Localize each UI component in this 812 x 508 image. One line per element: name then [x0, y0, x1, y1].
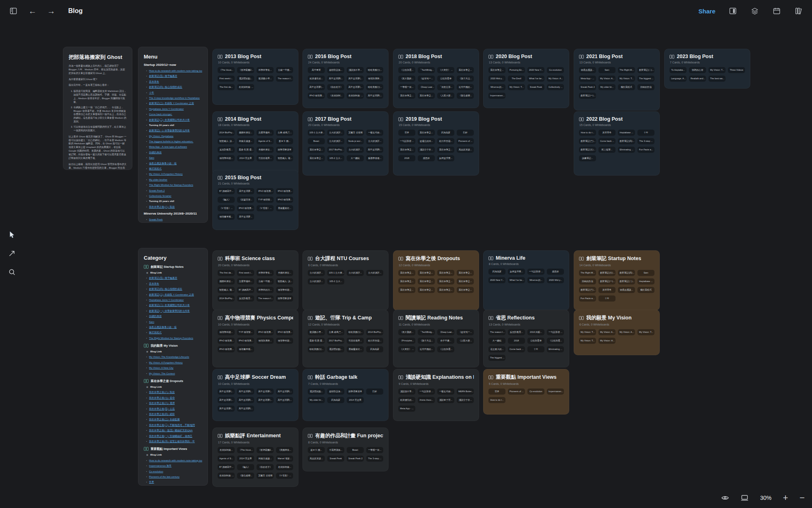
card-chip[interactable]: 高中足球夢(...	[237, 397, 254, 403]
card-chip[interactable]: Pursuing Ex...	[508, 67, 525, 73]
card-chip[interactable]: 開學瑣事清單	[276, 147, 293, 153]
board-card[interactable]: 2017 Blog Post20 Cards, 0 Whiteboards105…	[302, 111, 389, 176]
board-card[interactable]: 寫在休學之後 Dropouts12 Cards, 0 Whiteboards寫在…	[393, 250, 479, 310]
card-chip[interactable]: 臺南魔術社...	[347, 346, 364, 352]
card-chip[interactable]: 柯南主線漫...	[257, 456, 274, 462]
card-chip[interactable]: 創業筆記(三)...	[579, 138, 596, 144]
note-link[interactable]: •My Vision: A New City	[146, 366, 202, 369]
card-chip[interactable]: 一學期一百...	[398, 84, 415, 90]
card-chip[interactable]: 合乎中庸...	[437, 338, 454, 344]
card-chip[interactable]: Heptabase ...	[637, 278, 654, 284]
select-tool-icon[interactable]	[7, 230, 16, 239]
note-link[interactable]: •Sneak Peek 2	[146, 189, 202, 192]
card-chip[interactable]: First week i...	[218, 76, 235, 82]
card-chip[interactable]: 台大好課評...	[366, 270, 383, 276]
card-chip[interactable]: 近代中國的...	[418, 346, 435, 352]
card-chip[interactable]: My Vision: A...	[598, 76, 615, 82]
card-chip[interactable]: 四海為家	[366, 346, 383, 352]
card-chip[interactable]: 退訓營的點...	[237, 76, 254, 82]
whiteboard-canvas[interactable]: 把部落格搬家到 Ghost身為一個喜愛在網路上寫作的人，我已經使用了 Blogg…	[0, 0, 812, 508]
note-link[interactable]: •Heptabase Joins Y Combinator	[146, 298, 202, 302]
board-card[interactable]: 重要觀點 Important Views5 Cards, 0 Whiteboar…	[483, 369, 569, 415]
card-chip[interactable]: 物理學科能...	[276, 338, 293, 344]
card-chip[interactable]: Fun Facts a...	[579, 295, 596, 302]
card-chip[interactable]: 淺談測不準...	[398, 389, 415, 395]
card-chip[interactable]: 2014 世足賽	[237, 155, 254, 161]
note-card[interactable]: MenuStartup 2020/12~now•How to do resear…	[138, 47, 208, 223]
note-link[interactable]: •Impermanence 無常	[146, 464, 202, 467]
card-chip[interactable]: 瘋狂寫程式	[618, 84, 635, 90]
card-chip[interactable]: 哈哈美國行(...	[308, 346, 325, 352]
card-chip[interactable]: 反思對教育...	[237, 295, 254, 302]
board-card[interactable]: 娛樂點評 Entertainment17 Cards, 0 Whiteboard…	[212, 428, 298, 487]
card-chip[interactable]: 淺談分子存...	[418, 147, 435, 153]
note-link[interactable]: •創業筆記(一): 休學創業學到的七件事	[146, 129, 202, 132]
board-card[interactable]: 科學班 Science class20 Cards, 0 Whiteboards…	[212, 250, 298, 310]
card-chip[interactable]: Pioneers of ...	[457, 138, 474, 144]
card-chip[interactable]: 一句話形容 ...	[418, 389, 435, 395]
card-chip[interactable]: The biggest ...	[637, 76, 654, 82]
card-chip[interactable]: 寫在休學之...	[398, 147, 415, 153]
card-chip[interactable]: 寫在休學之...	[308, 147, 325, 153]
card-chip[interactable]: Agents of S...	[218, 456, 235, 462]
card-chip[interactable]: 2020 Mid-y...	[488, 76, 505, 82]
card-chip[interactable]: 高中畢業	[308, 67, 325, 73]
card-chip[interactable]: To Heptaba...	[669, 67, 687, 73]
card-chip[interactable]: 台大好課評...	[366, 138, 383, 144]
card-chip[interactable]: My Vision: T...	[618, 76, 635, 82]
card-chip[interactable]: 服務學習週...	[366, 155, 383, 161]
note-link[interactable]: •創業筆記(五): 種子輪募資	[146, 276, 202, 280]
card-chip[interactable]: 科學班的日...	[257, 287, 274, 293]
card-chip[interactable]: 資本寒冬	[598, 287, 615, 293]
card-chip[interactable]: 寫在休學之...	[398, 270, 415, 276]
card-chip[interactable]: Meta App - ...	[398, 406, 415, 412]
card-chip[interactable]: 一學期一百...	[366, 447, 383, 453]
card-chip[interactable]: 打針	[457, 130, 474, 136]
note-link[interactable]: •寫在休學之後(八): 取捨	[146, 205, 202, 208]
note-link[interactable]: •資本寒冬	[146, 282, 202, 285]
card-chip[interactable]: 2018	[398, 155, 415, 161]
card-chip[interactable]: 近代中國的...	[457, 84, 474, 90]
card-chip[interactable]: 物理書單概...	[237, 346, 254, 352]
card-chip[interactable]: How to do r...	[488, 397, 505, 403]
card-chip[interactable]: My Vision: T...	[708, 67, 726, 73]
card-chip[interactable]: 105-2 台大...	[327, 155, 344, 161]
card-chip[interactable]: 物理學科能...	[218, 329, 235, 335]
card-chip[interactable]: 《Principles...	[398, 338, 415, 344]
card-chip[interactable]: 《蝙人》	[237, 464, 254, 470]
card-chip[interactable]: 怎麼準備科...	[237, 278, 254, 284]
card-chip[interactable]: First week i...	[237, 270, 254, 276]
card-chip[interactable]: 物理學科能...	[276, 287, 293, 293]
card-chip[interactable]: MERN Boiler...	[457, 389, 474, 395]
card-chip[interactable]: 創業筆記(四)...	[618, 138, 635, 144]
card-chip[interactable]: 高中足球夢(...	[366, 147, 383, 153]
note-link[interactable]: •Meta App - A new type of software	[146, 145, 202, 148]
card-chip[interactable]: 105-1 台大修...	[327, 270, 344, 276]
card-chip[interactable]: 《人類大歷...	[457, 338, 474, 344]
card-chip[interactable]: 台大好課評...	[308, 270, 325, 276]
card-chip[interactable]: IPhO 物理奧...	[237, 205, 254, 211]
card-chip[interactable]: 一句話形容 ...	[527, 269, 544, 275]
card-chip[interactable]: 高中足球夢(...	[218, 397, 235, 403]
card-chip[interactable]: Sneak Peek 2	[579, 84, 596, 90]
note-link[interactable]: •Pioneers of the last century	[146, 475, 202, 478]
card-chip[interactable]: 2014 BioPhy...	[366, 329, 383, 335]
card-chip[interactable]: My Vision: T...	[508, 84, 525, 90]
note-link[interactable]: •寫在休學之後(序): 從雙主修到休學的一年	[146, 440, 202, 443]
card-chip[interactable]: 寫在休學之...	[418, 287, 435, 293]
card-chip[interactable]: Three Videos	[728, 67, 745, 73]
card-chip[interactable]: 寫在休學之...	[418, 278, 435, 284]
card-chip[interactable]: 《雷神索爾2...	[237, 67, 254, 73]
card-chip[interactable]: 2020 New Y...	[488, 277, 505, 283]
card-chip[interactable]: My Vision: A...	[618, 329, 635, 335]
eye-icon[interactable]	[721, 494, 729, 502]
card-chip[interactable]: 《Deep Lear...	[418, 84, 435, 90]
card-chip[interactable]: 超秒對話系...	[327, 389, 344, 395]
card-chip[interactable]: The reason I...	[488, 329, 505, 335]
card-chip[interactable]: How to do r...	[579, 130, 596, 136]
card-chip[interactable]: 《蝙人》	[218, 197, 235, 203]
note-link[interactable]: •瘋狂寫程式	[146, 167, 202, 170]
board-card[interactable]: 高中足球夢 Soccer Dream10 Cards, 0 Whiteboard…	[212, 369, 298, 421]
card-chip[interactable]: 寫在休學之...	[457, 278, 474, 284]
board-card[interactable]: 遊記、營隊 Trip & Camp12 Cards, 0 Whiteboards…	[302, 310, 389, 367]
